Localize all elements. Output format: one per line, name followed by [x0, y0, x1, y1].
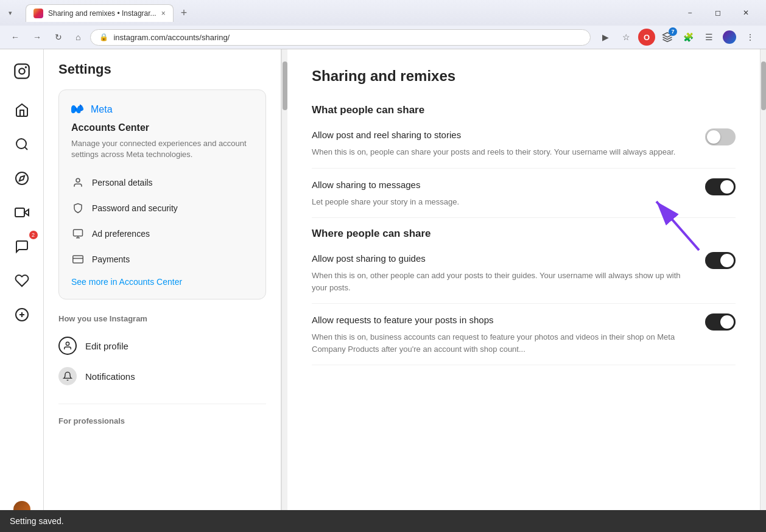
app-container: Settings Meta Accounts Center Manage you…: [0, 49, 766, 531]
toggle-thumb-guides: [720, 254, 734, 267]
svg-marker-7: [24, 209, 29, 215]
svg-point-3: [16, 139, 26, 149]
person-icon: [71, 176, 85, 189]
toggle-messages[interactable]: [705, 178, 736, 195]
ac-menu-ad-preferences[interactable]: Ad preferences: [71, 221, 253, 247]
edit-profile-item[interactable]: Edit profile: [58, 331, 266, 361]
notifications-icon: [58, 367, 77, 385]
sidebar-item-create[interactable]: [7, 300, 37, 329]
svg-point-2: [25, 67, 26, 68]
main-scrollbar-thumb[interactable]: [761, 61, 766, 110]
ig-sidebar: [0, 49, 44, 531]
bookmark-btn[interactable]: ☆: [617, 29, 634, 46]
sidebar-item-reels[interactable]: [7, 198, 37, 227]
toggle-track-guides: [705, 252, 736, 269]
svg-rect-8: [15, 208, 24, 217]
sidebar-item-messages[interactable]: [7, 232, 37, 261]
for-professionals-label: For professionals: [58, 416, 266, 425]
accounts-center-card: Meta Accounts Center Manage your connect…: [58, 89, 266, 299]
toggle-post-reel[interactable]: [705, 128, 736, 145]
sidebar-item-notifications[interactable]: [7, 266, 37, 295]
minimize-btn[interactable]: −: [676, 4, 704, 22]
status-message: Setting saved.: [10, 516, 64, 526]
settings-scrollbar[interactable]: [281, 49, 287, 531]
setting-desc-messages: Let people share your story in a message…: [312, 196, 693, 208]
toggle-thumb-shops: [720, 315, 734, 329]
browser-actions: ▶ ☆ O 🧩 ☰ ⋮: [597, 29, 759, 46]
tab-bar: Sharing and remixes • Instagrar... × +: [19, 4, 198, 22]
sidebar-btn[interactable]: ☰: [700, 29, 717, 46]
setting-label-post-reel: Allow post and reel sharing to stories: [312, 128, 693, 141]
ac-menu-personal-details[interactable]: Personal details: [71, 170, 253, 195]
toggle-thumb-post-reel: [707, 130, 720, 144]
setting-desc-guides: When this is on, other people can add yo…: [312, 270, 693, 293]
ac-payments-label: Payments: [92, 254, 130, 264]
section-heading-where: Where people can share: [312, 228, 736, 240]
sidebar-item-explore[interactable]: [7, 164, 37, 193]
ac-personal-details-label: Personal details: [92, 178, 153, 187]
payments-icon: [71, 253, 85, 266]
sidebar-item-search[interactable]: [7, 130, 37, 159]
close-btn[interactable]: ✕: [732, 4, 760, 22]
browser-titlebar: ▾ Sharing and remixes • Instagrar... × +…: [0, 0, 766, 26]
toggle-guides[interactable]: [705, 252, 736, 269]
setting-label-shops: Allow requests to feature your posts in …: [312, 313, 693, 326]
setting-desc-post-reel: When this is on, people can share your p…: [312, 146, 693, 158]
setting-text-guides: Allow post sharing to guides When this i…: [312, 252, 705, 293]
svg-point-18: [66, 342, 69, 345]
setting-text-messages: Allow sharing to messages Let people sha…: [312, 178, 705, 208]
toggle-track-messages: [705, 178, 736, 195]
svg-point-5: [16, 172, 28, 184]
toggle-shops[interactable]: [705, 313, 736, 331]
see-more-accounts-center-link[interactable]: See more in Accounts Center: [71, 277, 253, 287]
settings-sidebar: Settings Meta Accounts Center Manage you…: [44, 49, 281, 531]
edit-profile-label: Edit profile: [85, 341, 128, 351]
menu-btn[interactable]: ⋮: [742, 29, 759, 46]
forward-btn[interactable]: →: [29, 30, 45, 44]
maximize-btn[interactable]: ◻: [704, 4, 732, 22]
cast-btn[interactable]: ▶: [597, 29, 614, 46]
tab-close-btn[interactable]: ×: [161, 9, 166, 18]
how-you-use-label: How you use Instagram: [58, 314, 266, 323]
settings-title: Settings: [58, 61, 266, 77]
opera-icon[interactable]: O: [638, 29, 655, 46]
setting-item-guides: Allow post sharing to guides When this i…: [312, 252, 736, 304]
main-content: Sharing and remixes What people can shar…: [287, 49, 760, 531]
accounts-center-title: Accounts Center: [71, 122, 253, 133]
sidebar-item-logo[interactable]: [7, 57, 37, 86]
accounts-center-desc: Manage your connected experiences and ac…: [71, 138, 253, 160]
status-bar: Setting saved.: [0, 510, 766, 532]
extensions-btn[interactable]: 🧩: [680, 29, 697, 46]
edit-profile-icon: [58, 337, 77, 355]
setting-text-post-reel: Allow post and reel sharing to stories W…: [312, 128, 705, 158]
back-btn[interactable]: ←: [7, 30, 23, 44]
url-bar[interactable]: 🔒 instagram.com/accounts/sharing/: [90, 29, 591, 46]
toggle-track-post-reel: [705, 128, 736, 145]
window-controls: − ◻ ✕: [676, 4, 760, 22]
extension-btn[interactable]: [659, 29, 676, 46]
ac-menu-payments[interactable]: Payments: [71, 247, 253, 272]
notifications-label: Notifications: [85, 371, 135, 382]
settings-scrollbar-thumb[interactable]: [283, 61, 287, 110]
avatar-btn[interactable]: [721, 29, 738, 46]
ac-menu-password-security[interactable]: Password and security: [71, 195, 253, 221]
page-title: Sharing and remixes: [312, 68, 736, 85]
browser-dropdown-btn[interactable]: ▾: [6, 9, 15, 17]
meta-logo: Meta: [71, 102, 253, 116]
home-btn[interactable]: ⌂: [72, 30, 84, 44]
main-scrollbar[interactable]: [760, 49, 766, 531]
setting-label-messages: Allow sharing to messages: [312, 178, 693, 191]
refresh-btn[interactable]: ↻: [51, 30, 66, 44]
svg-point-12: [76, 179, 80, 183]
browser-controls: ▾: [6, 9, 15, 17]
setting-item-post-reel: Allow post and reel sharing to stories W…: [312, 128, 736, 169]
toggle-thumb-messages: [720, 180, 734, 194]
ac-password-label: Password and security: [92, 203, 178, 213]
tab-favicon-icon: [33, 9, 43, 18]
browser-chrome: ▾ Sharing and remixes • Instagrar... × +…: [0, 0, 766, 49]
new-tab-btn[interactable]: +: [176, 4, 192, 22]
tab-title: Sharing and remixes • Instagrar...: [48, 9, 156, 18]
sidebar-item-home[interactable]: [7, 96, 37, 125]
notifications-item[interactable]: Notifications: [58, 361, 266, 391]
active-tab[interactable]: Sharing and remixes • Instagrar... ×: [26, 4, 174, 22]
